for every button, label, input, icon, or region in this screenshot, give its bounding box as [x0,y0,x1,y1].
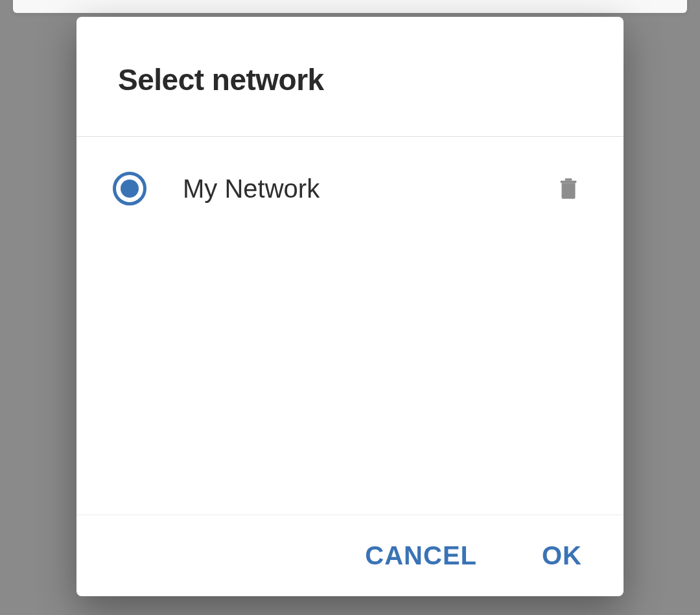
ok-button[interactable]: OK [542,541,582,570]
select-network-dialog: Select network My Network CANCEL OK [76,17,624,596]
cancel-button[interactable]: CANCEL [365,541,477,570]
radio-selected-icon[interactable] [113,172,146,205]
dialog-body: My Network [76,137,624,515]
network-name-label: My Network [183,174,555,203]
network-row[interactable]: My Network [108,163,592,215]
dialog-header: Select network [76,17,624,137]
trash-icon[interactable] [555,172,582,205]
dialog-footer: CANCEL OK [76,515,624,596]
radio-inner-dot [121,180,139,198]
background-card [13,0,687,13]
dialog-title: Select network [118,62,582,97]
